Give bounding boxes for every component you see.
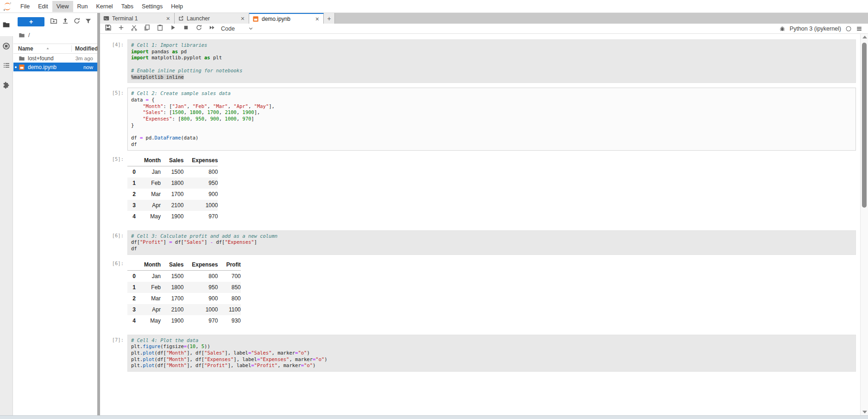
activity-toc[interactable] xyxy=(0,56,13,75)
input-prompt: [7]: xyxy=(100,335,127,372)
file-row-lost+found[interactable]: lost+found3m ago xyxy=(13,54,97,63)
sort-asc-icon xyxy=(45,46,50,51)
menu-run[interactable]: Run xyxy=(73,1,92,12)
tab-launcher[interactable]: Launcher× xyxy=(175,13,249,24)
tab-bar: Terminal 1×Launcher×demo.ipynb×+ xyxy=(100,13,868,24)
notebook-toolbar: Code Python 3 (ipykernel) xyxy=(100,24,868,34)
save-button[interactable] xyxy=(105,24,112,33)
code-line: # Cell 4: Plot the data xyxy=(131,337,852,344)
table-cell: 1900 xyxy=(161,315,183,326)
terminal-icon xyxy=(103,15,109,21)
activity-extensions[interactable] xyxy=(0,75,13,95)
menu-edit[interactable]: Edit xyxy=(34,1,52,12)
table-cell: 1000 xyxy=(183,200,218,211)
new-launcher-button[interactable]: + xyxy=(18,17,44,26)
folder-icon xyxy=(19,55,25,62)
copy-button[interactable] xyxy=(144,24,151,33)
table-cell: Feb xyxy=(136,178,161,189)
close-icon[interactable]: × xyxy=(240,15,245,22)
scroll-down-arrow[interactable] xyxy=(862,411,867,413)
bug-icon[interactable] xyxy=(779,25,786,32)
running-icon xyxy=(2,42,10,50)
breadcrumb[interactable]: / xyxy=(13,26,97,38)
input-prompt: [6]: xyxy=(100,230,127,255)
table-row: 4May1900970930 xyxy=(127,315,241,326)
table-row: 3Apr21001000 xyxy=(127,200,218,211)
restart-button[interactable] xyxy=(195,24,202,33)
code-cell: [7]:# Cell 4: Plot the dataplt.figure(fi… xyxy=(100,335,860,372)
cell-editor[interactable]: # Cell 4: Plot the dataplt.figure(figsiz… xyxy=(127,335,856,372)
menu-help[interactable]: Help xyxy=(167,1,187,12)
menu-kernel[interactable]: Kernel xyxy=(92,1,117,12)
new-folder-button[interactable] xyxy=(50,17,57,26)
close-icon[interactable]: × xyxy=(165,15,171,22)
menu-file[interactable]: File xyxy=(16,1,34,12)
cell-editor[interactable]: # Cell 1: Import librariesimport pandas … xyxy=(127,39,856,83)
column-name-label: Name xyxy=(18,45,33,52)
table-header: Profit xyxy=(218,259,240,271)
table-cell: 850 xyxy=(218,282,240,293)
table-header: Sales xyxy=(161,259,183,271)
row-index: 2 xyxy=(127,293,136,304)
tab-terminal-1[interactable]: Terminal 1× xyxy=(100,13,175,24)
chevron-down-icon xyxy=(248,25,254,32)
table-header: Expenses xyxy=(183,259,218,271)
activity-files[interactable] xyxy=(0,13,13,36)
file-list-header: Name Modified xyxy=(13,44,97,54)
kernel-name[interactable]: Python 3 (ipykernel) xyxy=(790,25,841,32)
vertical-scrollbar[interactable] xyxy=(860,34,868,415)
file-browser-toolbar: + xyxy=(13,13,97,26)
row-index: 0 xyxy=(127,270,136,282)
column-name-header[interactable]: Name xyxy=(13,45,71,52)
run-button[interactable] xyxy=(170,24,176,33)
file-row-demo.ipynb[interactable]: demo.ipynbnow xyxy=(13,63,97,71)
menu-settings[interactable]: Settings xyxy=(138,1,167,12)
table-cell: 2100 xyxy=(161,304,183,315)
table-row: 1Feb1800950 xyxy=(127,178,218,189)
upload-icon xyxy=(62,17,69,25)
table-cell: Jan xyxy=(136,166,161,178)
output-area: [5]:MonthSalesExpenses0Jan15008001Feb180… xyxy=(100,154,860,222)
cell-type-dropdown[interactable]: Code xyxy=(221,25,254,32)
close-icon[interactable]: × xyxy=(314,15,320,23)
tab-label: demo.ipynb xyxy=(262,16,314,22)
activity-bar xyxy=(0,13,13,415)
table-header: Expenses xyxy=(183,155,218,166)
stop-button[interactable] xyxy=(182,24,189,33)
main-dock-panel: Terminal 1×Launcher×demo.ipynb×+ Code Py… xyxy=(100,13,868,415)
code-cell: [6]:# Cell 3: Calculate profit and add a… xyxy=(100,230,860,255)
file-modified: now xyxy=(83,64,97,70)
jupyterlab-window: FileEditViewRunKernelTabsSettingsHelp + … xyxy=(0,0,868,419)
code-cell: [5]:# Cell 2: Create sample sales datada… xyxy=(100,88,860,150)
refresh-button[interactable] xyxy=(73,17,81,26)
paste-button[interactable] xyxy=(157,24,164,33)
cut-button[interactable] xyxy=(131,24,138,33)
cell-editor[interactable]: # Cell 2: Create sample sales datadata =… xyxy=(127,88,856,150)
scrollbar-thumb[interactable] xyxy=(862,43,867,208)
launcher-icon xyxy=(178,15,184,21)
tab-demo-ipynb[interactable]: demo.ipynb× xyxy=(249,13,324,24)
menu-tabs[interactable]: Tabs xyxy=(117,1,138,12)
code-cell: [4]:# Cell 1: Import librariesimport pan… xyxy=(100,39,860,83)
new-tab-button[interactable]: + xyxy=(324,13,335,24)
upload-button[interactable] xyxy=(62,17,69,26)
table-cell: 800 xyxy=(218,293,240,304)
menu-view[interactable]: View xyxy=(52,1,73,12)
table-cell: 1000 xyxy=(183,304,218,315)
run-all-button[interactable] xyxy=(208,24,215,33)
column-modified-header[interactable]: Modified xyxy=(71,45,97,52)
table-cell: Apr xyxy=(136,200,161,211)
add-cell-button[interactable] xyxy=(118,24,125,33)
table-cell: Jan xyxy=(136,270,161,282)
activity-running[interactable] xyxy=(0,36,13,56)
notebook-icon xyxy=(252,16,259,22)
table-cell: 950 xyxy=(183,178,218,189)
copy-icon xyxy=(144,24,151,31)
filter-button[interactable] xyxy=(85,18,92,26)
code-line: "Sales": [1500, 1800, 1700, 2100, 1900], xyxy=(131,109,852,116)
cell-editor[interactable]: # Cell 3: Calculate profit and add as a … xyxy=(127,230,856,255)
scroll-up-arrow[interactable] xyxy=(862,36,867,38)
hamburger-icon[interactable] xyxy=(856,25,862,32)
table-cell: 1800 xyxy=(161,282,183,293)
table-cell: 930 xyxy=(218,315,240,326)
